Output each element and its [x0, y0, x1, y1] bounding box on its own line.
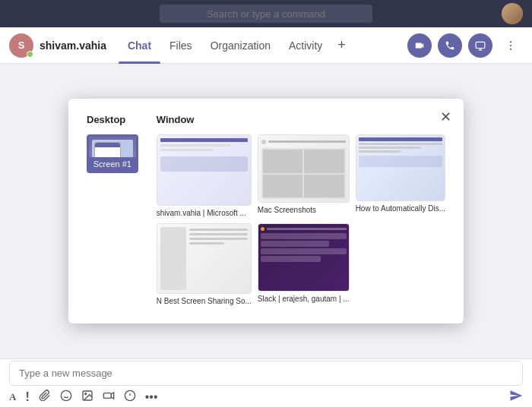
nbest-line [189, 229, 248, 231]
nbest-line [189, 238, 248, 240]
slack-row [261, 248, 347, 254]
online-status-dot [27, 51, 33, 58]
modal-close-button[interactable]: ✕ [435, 106, 456, 128]
window-section: Window [157, 114, 445, 306]
window-item-nbest: N Best Screen Sharing So... [157, 223, 252, 306]
window-label-mac: Mac Screenshots [258, 206, 350, 214]
window-preview-mac [258, 135, 349, 203]
window-label-teams: shivam.vahia | Microsoft ... [157, 209, 252, 217]
svg-marker-10 [111, 393, 113, 399]
slack-row [261, 233, 347, 239]
share-screen-button[interactable] [468, 33, 492, 58]
window-item-slack: Slack | erajesh, gautam | ... [258, 223, 350, 306]
slack-row [261, 256, 321, 262]
screen-1-item: Screen #1 [87, 134, 138, 173]
svg-point-1 [510, 41, 511, 43]
add-tab-button[interactable]: + [331, 27, 352, 64]
format-text-icon[interactable]: A [9, 391, 16, 403]
window-preview-teams [157, 135, 251, 205]
nbest-sidebar [160, 227, 187, 291]
share-screen-modal: ✕ Desktop [68, 99, 464, 324]
bottom-area: A ! ••• [0, 358, 532, 407]
window-preview-nbest [157, 224, 251, 294]
tab-chat[interactable]: Chat [119, 27, 160, 64]
desktop-sim-window-bar [95, 143, 120, 147]
more-toolbar-icon[interactable]: ••• [145, 390, 158, 404]
svg-rect-0 [476, 42, 485, 48]
emoji-icon[interactable] [60, 390, 72, 405]
window-item-auto: How to Automatically Dis... [356, 134, 445, 217]
important-icon[interactable]: ! [25, 390, 29, 404]
window-thumb-mac[interactable] [258, 134, 350, 204]
modal-sections: Desktop Screen #1 [87, 114, 445, 306]
window-section-title: Window [157, 114, 445, 125]
windows-grid: shivam.vahia | Microsoft ... [157, 134, 445, 306]
avatar-top[interactable] [502, 3, 523, 24]
window-label-nbest: N Best Screen Sharing So... [157, 297, 252, 305]
screen-1-thumb[interactable]: Screen #1 [87, 134, 138, 173]
window-thumb-nbest[interactable] [157, 223, 252, 295]
nbest-content [189, 227, 248, 291]
window-label-slack: Slack | erajesh, gautam | ... [258, 295, 350, 303]
search-input[interactable] [160, 5, 372, 23]
nav-tabs: Chat Files Organization Activity + [119, 27, 352, 64]
window-preview-slack [258, 224, 349, 292]
image-icon[interactable] [81, 390, 93, 405]
desktop-grid: Screen #1 [87, 134, 138, 173]
attach-icon[interactable] [39, 390, 51, 405]
desktop-section: Desktop Screen #1 [87, 114, 138, 306]
svg-point-8 [84, 393, 86, 395]
window-item-mac: Mac Screenshots [258, 134, 350, 217]
message-input-area [9, 361, 523, 386]
main-area: ✕ Desktop [0, 64, 532, 358]
audio-call-button[interactable] [438, 33, 462, 58]
nbest-line [189, 233, 248, 235]
giphy-icon[interactable] [124, 390, 136, 405]
window-thumb-slack[interactable] [258, 223, 350, 292]
desktop-section-title: Desktop [87, 114, 138, 125]
nbest-line [189, 242, 224, 245]
window-thumb-auto[interactable] [356, 134, 445, 202]
video-call-button[interactable] [407, 33, 432, 58]
user-avatar-image [502, 3, 523, 24]
slack-row [261, 241, 329, 247]
desktop-sim-window [94, 142, 121, 159]
top-bar [0, 0, 532, 27]
tab-organization[interactable]: Organization [201, 27, 280, 64]
message-input[interactable] [19, 368, 513, 379]
screen-1-label: Screen #1 [89, 157, 136, 171]
svg-point-3 [510, 48, 511, 49]
tab-files[interactable]: Files [160, 27, 201, 64]
nav-bar: S shivam.vahia Chat Files Organization A… [0, 27, 532, 64]
more-options-button[interactable] [499, 33, 523, 58]
toolbar-icons: A ! ••• [0, 386, 532, 406]
window-thumb-teams[interactable] [157, 134, 252, 206]
nav-avatar-initial: S [18, 39, 25, 51]
tab-activity[interactable]: Activity [280, 27, 331, 64]
send-message-button[interactable] [509, 389, 523, 406]
nav-actions [407, 33, 523, 58]
window-item-teams: shivam.vahia | Microsoft ... [157, 134, 252, 217]
svg-point-4 [61, 390, 71, 400]
svg-rect-9 [103, 393, 111, 399]
nav-user-name: shivam.vahia [40, 39, 106, 52]
video-icon[interactable] [103, 390, 115, 405]
window-label-auto: How to Automatically Dis... [356, 204, 445, 213]
nav-avatar[interactable]: S [9, 33, 33, 58]
svg-point-2 [510, 45, 511, 46]
window-preview-auto [356, 135, 445, 201]
